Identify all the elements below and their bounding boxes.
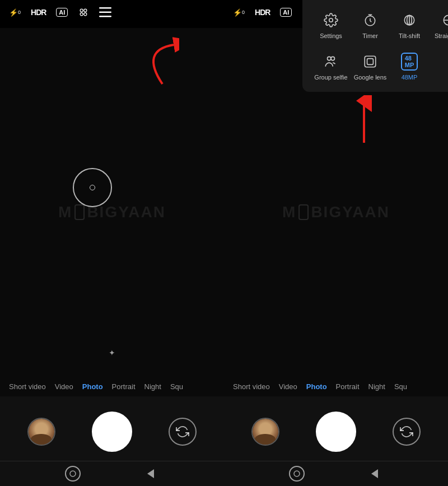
hdr-icon[interactable]: HDR bbox=[31, 8, 46, 17]
left-top-bar: ⚡0 HDR AI bbox=[0, 0, 224, 25]
svg-point-7 bbox=[70, 471, 76, 476]
svg-point-27 bbox=[294, 471, 300, 476]
timer-label: Timer bbox=[362, 32, 378, 39]
dropdown-group-selfie[interactable]: Group selfie bbox=[311, 53, 351, 81]
right-shutter-button[interactable] bbox=[316, 412, 356, 452]
dropdown-row-1: Settings Timer bbox=[302, 4, 448, 46]
svg-point-1 bbox=[84, 9, 87, 12]
right-mode-portrait[interactable]: Portrait bbox=[336, 382, 360, 391]
dropdown-row-2: Group selfie Google lens 48MP bbox=[302, 46, 448, 87]
48mp-icon: 48MP bbox=[400, 53, 418, 71]
google-lens-label: Google lens bbox=[354, 74, 387, 81]
dropdown-menu: Settings Timer bbox=[302, 0, 448, 92]
ai-icon[interactable]: AI bbox=[56, 8, 68, 17]
dropdown-48mp[interactable]: 48MP 48MP bbox=[390, 53, 429, 81]
group-selfie-label: Group selfie bbox=[314, 74, 347, 81]
mode-video[interactable]: Video bbox=[55, 382, 73, 391]
svg-rect-25 bbox=[365, 56, 376, 67]
mode-squ[interactable]: Squ bbox=[170, 382, 183, 391]
dropdown-timer[interactable]: Timer bbox=[351, 11, 390, 39]
menu-icon[interactable] bbox=[99, 7, 111, 17]
48mp-label: 48MP bbox=[402, 74, 418, 81]
dropdown-straighten[interactable]: Straighten bbox=[429, 11, 448, 39]
svg-point-0 bbox=[81, 9, 83, 12]
right-red-arrow bbox=[347, 95, 381, 148]
focus-ring bbox=[73, 168, 112, 207]
gallery-image bbox=[29, 419, 54, 445]
settings-icon bbox=[322, 11, 340, 29]
right-mode-bar: Short video Video Photo Portrait Night S… bbox=[224, 377, 448, 396]
left-top-icons: ⚡0 HDR AI bbox=[9, 7, 111, 18]
group-selfie-icon bbox=[322, 53, 340, 71]
right-mode-short-video[interactable]: Short video bbox=[233, 382, 270, 391]
svg-rect-26 bbox=[367, 59, 374, 65]
right-gallery-image bbox=[253, 419, 278, 445]
right-bottom-controls bbox=[224, 396, 448, 486]
gallery-thumbnail[interactable] bbox=[27, 418, 55, 446]
right-back-button[interactable] bbox=[367, 466, 383, 482]
right-switch-camera-button[interactable] bbox=[393, 418, 421, 446]
switch-camera-button[interactable] bbox=[169, 418, 197, 446]
dropdown-google-lens[interactable]: Google lens bbox=[351, 53, 390, 81]
straighten-icon bbox=[440, 11, 448, 29]
svg-point-24 bbox=[331, 57, 335, 60]
left-mode-bar: Short video Video Photo Portrait Night S… bbox=[0, 377, 224, 396]
tiltshift-label: Tilt-shift bbox=[399, 32, 420, 39]
right-flash-icon[interactable]: ⚡0 bbox=[233, 8, 245, 17]
svg-rect-6 bbox=[99, 16, 111, 17]
left-bottom-controls bbox=[0, 396, 224, 486]
left-phone-screen: ⚡0 HDR AI bbox=[0, 0, 224, 486]
right-home-button[interactable] bbox=[289, 466, 305, 482]
right-hdr-icon[interactable]: HDR bbox=[255, 8, 270, 17]
right-ai-icon[interactable]: AI bbox=[280, 8, 292, 17]
right-camera-controls bbox=[224, 396, 448, 461]
dropdown-tiltshift[interactable]: Tilt-shift bbox=[390, 11, 429, 39]
straighten-label: Straighten bbox=[435, 32, 448, 39]
dropdown-placeholder bbox=[429, 53, 448, 81]
svg-point-23 bbox=[328, 57, 332, 60]
right-mode-night[interactable]: Night bbox=[368, 382, 385, 391]
home-button[interactable] bbox=[65, 466, 81, 482]
mp-badge: 48MP bbox=[401, 53, 418, 71]
tiltshift-icon bbox=[400, 11, 418, 29]
mode-short-video[interactable]: Short video bbox=[9, 382, 46, 391]
focus-dot bbox=[90, 185, 95, 190]
back-button[interactable] bbox=[143, 466, 159, 482]
mode-portrait[interactable]: Portrait bbox=[112, 382, 136, 391]
cursor-icon: ✦ bbox=[109, 348, 115, 357]
mode-photo[interactable]: Photo bbox=[82, 382, 103, 391]
timer-icon bbox=[361, 11, 379, 29]
shutter-button[interactable] bbox=[92, 412, 132, 452]
svg-point-16 bbox=[329, 18, 333, 22]
google-lens-icon bbox=[361, 53, 379, 71]
svg-point-2 bbox=[81, 13, 83, 16]
right-mode-squ[interactable]: Squ bbox=[394, 382, 407, 391]
beauty-icon[interactable] bbox=[78, 7, 89, 18]
svg-rect-5 bbox=[99, 12, 111, 13]
camera-controls bbox=[0, 396, 224, 461]
mode-night[interactable]: Night bbox=[144, 382, 161, 391]
right-nav-bar bbox=[224, 461, 448, 486]
settings-label: Settings bbox=[320, 32, 342, 39]
svg-rect-4 bbox=[99, 7, 111, 9]
right-gallery-thumbnail[interactable] bbox=[251, 418, 279, 446]
watermark: M BIGYAAN bbox=[58, 203, 166, 221]
svg-point-3 bbox=[84, 13, 87, 16]
right-watermark: M BIGYAAN bbox=[282, 203, 390, 221]
flash-icon[interactable]: ⚡0 bbox=[9, 8, 21, 17]
dropdown-settings[interactable]: Settings bbox=[311, 11, 351, 39]
right-mode-photo[interactable]: Photo bbox=[306, 382, 327, 391]
right-phone-screen: ⚡0 HDR AI bbox=[224, 0, 448, 486]
left-red-arrow bbox=[112, 34, 179, 92]
left-nav-bar bbox=[0, 461, 224, 486]
right-mode-video[interactable]: Video bbox=[279, 382, 297, 391]
